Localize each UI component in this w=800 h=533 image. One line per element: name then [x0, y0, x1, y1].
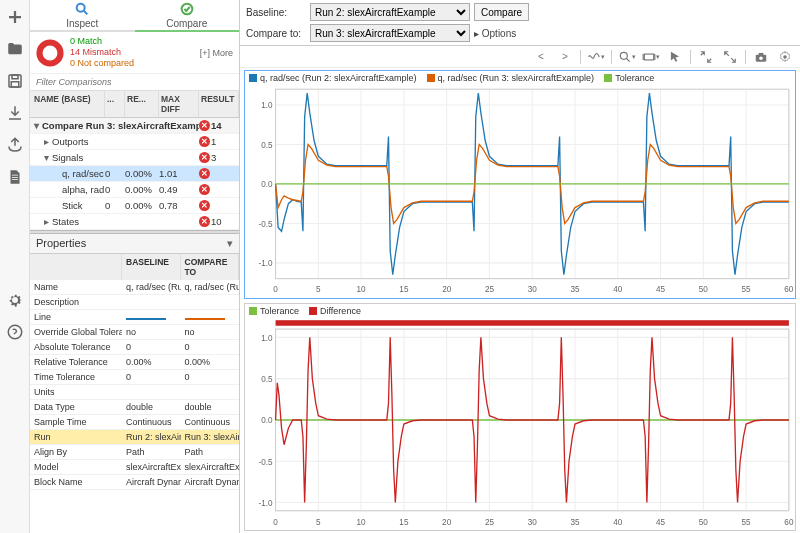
compare-button[interactable]: Compare [474, 3, 529, 21]
svg-text:30: 30 [528, 285, 537, 294]
group-row[interactable]: ▸ Outports✕1 [30, 134, 239, 150]
svg-text:50: 50 [699, 516, 708, 526]
svg-text:45: 45 [656, 516, 665, 526]
svg-text:35: 35 [570, 285, 579, 294]
document-icon[interactable] [4, 166, 26, 188]
settings-icon[interactable] [776, 48, 794, 66]
camera-icon[interactable] [752, 48, 770, 66]
filter-input[interactable] [30, 74, 239, 91]
property-row: Align ByPathPath [30, 445, 239, 460]
property-row: RunRun 2: slexAircraRun 3: slexAircra [30, 430, 239, 445]
svg-text:15: 15 [399, 285, 408, 294]
svg-point-4 [77, 4, 85, 12]
svg-point-10 [759, 56, 763, 60]
col-name[interactable]: NAME (BASE) [30, 91, 105, 117]
property-row: Block NameAircraft DynamicsAircraft Dyna… [30, 475, 239, 490]
svg-text:10: 10 [357, 516, 366, 526]
gear-icon[interactable] [4, 289, 26, 311]
expand-icon[interactable] [721, 48, 739, 66]
notcompared-count: 0 Not compared [70, 58, 134, 69]
tab-inspect[interactable]: Inspect [30, 0, 135, 30]
legend-item: Difference [309, 306, 361, 316]
plot-toolbar: < > ▾ ▾ ▾ [240, 46, 800, 68]
svg-text:40: 40 [613, 285, 622, 294]
svg-text:0.0: 0.0 [261, 180, 273, 189]
folder-icon[interactable] [4, 38, 26, 60]
more-link[interactable]: [+] More [200, 48, 233, 58]
property-row: Units [30, 385, 239, 400]
difference-chart[interactable]: ToleranceDifference -1.0-0.50.00.51.0051… [244, 303, 796, 532]
left-sidebar [0, 0, 30, 533]
tree-root-row[interactable]: ▾Compare Run 3: slexAircraftExample to✕1… [30, 118, 239, 134]
svg-text:-1.0: -1.0 [258, 497, 272, 507]
signal-row[interactable]: q, rad/sec00.00%1.01✕ [30, 166, 239, 182]
import-icon[interactable] [4, 102, 26, 124]
svg-text:60: 60 [784, 285, 793, 294]
compareto-row: Compare to: Run 3: slexAircraftExample ▸… [246, 24, 794, 42]
svg-text:55: 55 [742, 516, 751, 526]
svg-text:0: 0 [273, 285, 278, 294]
signal-icon[interactable]: ▾ [587, 48, 605, 66]
svg-text:25: 25 [485, 285, 494, 294]
mismatch-count: 14 Mismatch [70, 47, 134, 58]
baseline-label: Baseline: [246, 7, 306, 18]
svg-text:5: 5 [316, 285, 321, 294]
properties-panel: Properties▾ BASELINE COMPARE TO Nameq, r… [30, 234, 239, 533]
property-row: Override Global Tolerannono [30, 325, 239, 340]
svg-text:20: 20 [442, 516, 451, 526]
col-abs[interactable]: ... [105, 91, 125, 117]
group-row[interactable]: ▾ Signals✕3 [30, 150, 239, 166]
chevron-down-icon[interactable]: ▾ [227, 237, 233, 250]
zoom-icon[interactable]: ▾ [618, 48, 636, 66]
svg-text:-0.5: -0.5 [258, 456, 272, 466]
svg-text:15: 15 [399, 516, 408, 526]
add-icon[interactable] [4, 6, 26, 28]
match-count: 0 Match [70, 36, 134, 47]
svg-text:40: 40 [613, 516, 622, 526]
svg-point-6 [40, 42, 61, 63]
col-rel[interactable]: RE... [125, 91, 159, 117]
help-icon[interactable] [4, 321, 26, 343]
signal-row[interactable]: Stick00.00%0.78✕ [30, 198, 239, 214]
property-row: Relative Tolerance0.00%0.00% [30, 355, 239, 370]
tree-header: NAME (BASE) ... RE... MAX DIFF RESULT [30, 91, 239, 118]
summary-donut-icon [36, 39, 64, 67]
group-row[interactable]: ▸ States✕10 [30, 214, 239, 230]
svg-text:-1.0: -1.0 [258, 259, 272, 268]
signals-chart[interactable]: q, rad/sec (Run 2: slexAircraftExample)q… [244, 70, 796, 299]
svg-rect-11 [759, 52, 764, 54]
fit-icon[interactable]: ▾ [642, 48, 660, 66]
svg-rect-1 [12, 75, 18, 79]
legend-item: Tolerance [604, 73, 654, 83]
svg-text:0.5: 0.5 [261, 373, 273, 383]
property-row: Data Typedoubledouble [30, 400, 239, 415]
baseline-select[interactable]: Run 2: slexAircraftExample [310, 3, 470, 21]
pointer-icon[interactable] [666, 48, 684, 66]
summary-row: 0 Match 14 Mismatch 0 Not compared [+] M… [30, 32, 239, 74]
svg-text:10: 10 [357, 285, 366, 294]
tab-compare-label: Compare [166, 18, 207, 29]
svg-text:-0.5: -0.5 [258, 219, 272, 228]
compareto-select[interactable]: Run 3: slexAircraftExample [310, 24, 470, 42]
save-icon[interactable] [4, 70, 26, 92]
svg-point-7 [620, 52, 627, 59]
next-icon[interactable]: > [556, 48, 574, 66]
tab-inspect-label: Inspect [66, 18, 98, 29]
baseline-row: Baseline: Run 2: slexAircraftExample Com… [246, 3, 794, 21]
col-result[interactable]: RESULT [199, 91, 239, 117]
svg-text:0.5: 0.5 [261, 141, 273, 150]
tab-compare[interactable]: Compare [135, 0, 240, 32]
prev-icon[interactable]: < [532, 48, 550, 66]
export-icon[interactable] [4, 134, 26, 156]
svg-text:60: 60 [784, 516, 793, 526]
svg-text:45: 45 [656, 285, 665, 294]
svg-text:30: 30 [528, 516, 537, 526]
signal-row[interactable]: alpha, rad00.00%0.49✕ [30, 182, 239, 198]
options-link[interactable]: ▸ Options [474, 28, 516, 39]
collapse-icon[interactable] [697, 48, 715, 66]
svg-text:1.0: 1.0 [261, 101, 273, 110]
legend-item: Tolerance [249, 306, 299, 316]
col-maxdiff[interactable]: MAX DIFF [159, 91, 199, 117]
svg-text:1.0: 1.0 [261, 332, 273, 342]
comparison-panel: Inspect Compare 0 Match 14 Mismatch 0 No… [30, 0, 240, 533]
